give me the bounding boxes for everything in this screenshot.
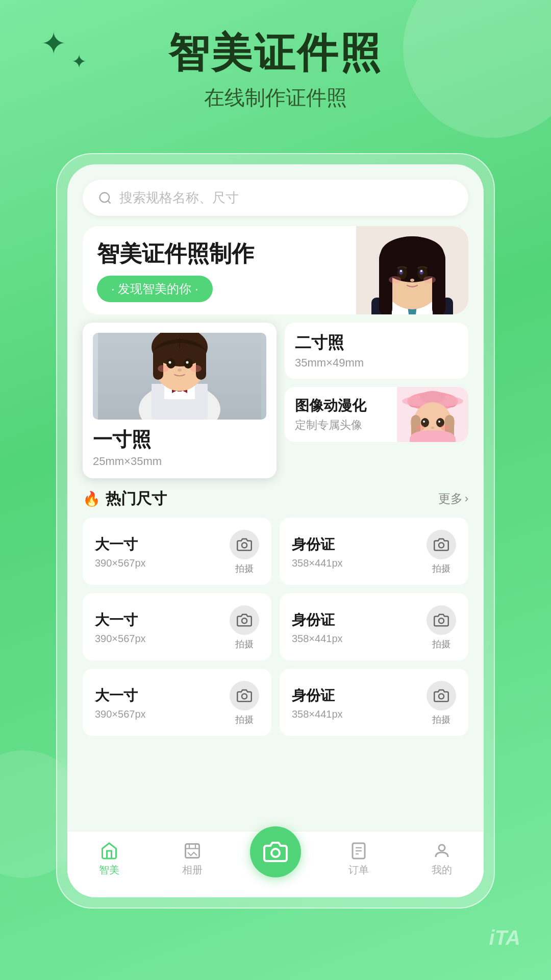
hero-title: 智美证件照制作 (97, 240, 342, 267)
svg-point-57 (441, 425, 450, 431)
sparkle-big-icon: ✦ (41, 26, 66, 61)
size-dim-0: 390×567px (95, 557, 146, 569)
svg-point-62 (242, 694, 247, 699)
nav-label-album: 相册 (182, 863, 203, 877)
nav-label-orders: 订单 (348, 863, 369, 877)
yicun-size: 25mm×35mm (93, 455, 266, 468)
profile-icon (433, 842, 451, 860)
search-icon (98, 191, 112, 205)
size-name-2: 大一寸 (95, 610, 146, 630)
camera-label-3: 拍摄 (432, 638, 450, 650)
yicun-label: 一寸照 (93, 427, 266, 453)
hot-title: 🔥 热门尺寸 (83, 488, 167, 509)
size-item-5[interactable]: 身份证 358×441px 拍摄 (280, 669, 468, 736)
size-dim-2: 390×567px (95, 633, 146, 645)
hero-badge[interactable]: · 发现智美的你 · (97, 276, 213, 302)
svg-point-65 (271, 849, 280, 857)
anime-avatar-svg (356, 226, 468, 314)
svg-point-19 (389, 276, 401, 283)
size-item-0[interactable]: 大一寸 390×567px 拍摄 (83, 518, 271, 585)
anime-info: 图像动漫化 定制专属头像 (285, 387, 377, 442)
center-camera-icon (263, 840, 288, 864)
anime-thumb-svg (397, 387, 468, 442)
ercun-label: 二寸照 (295, 332, 458, 354)
size-name-0: 大一寸 (95, 535, 146, 554)
right-cards: 二寸照 35mm×49mm 图像动漫化 定制专属头像 (285, 323, 468, 478)
camera-label-5: 拍摄 (432, 714, 450, 726)
size-item-4[interactable]: 大一寸 390×567px 拍摄 (83, 669, 271, 736)
nav-item-home[interactable]: 智美 (67, 842, 151, 877)
size-name-3: 身份证 (292, 610, 343, 630)
screen-content: 搜索规格名称、尺寸 (67, 164, 484, 831)
svg-point-37 (186, 361, 189, 363)
size-info-3: 身份证 358×441px (292, 610, 343, 645)
camera-btn-3[interactable]: 拍摄 (427, 605, 456, 650)
size-dim-3: 358×441px (292, 633, 343, 645)
size-info-2: 大一寸 390×567px (95, 610, 146, 645)
svg-point-39 (158, 365, 169, 372)
hero-inner: 智美证件照制作 · 发现智美的你 · (83, 226, 468, 314)
size-info-4: 大一寸 390×567px (95, 686, 146, 720)
phone-frame: 搜索规格名称、尺寸 (56, 153, 495, 909)
camera-btn-1[interactable]: 拍摄 (427, 530, 456, 575)
camera-label-2: 拍摄 (235, 638, 254, 650)
nav-label-home: 智美 (99, 863, 119, 877)
phone-screen: 搜索规格名称、尺寸 (67, 164, 484, 897)
svg-point-56 (415, 425, 424, 431)
anime-label: 图像动漫化 (295, 396, 366, 415)
size-name-1: 身份证 (292, 535, 343, 554)
hot-section: 🔥 热门尺寸 更多 › 大一寸 390×56 (83, 488, 468, 813)
svg-point-70 (439, 845, 445, 851)
anime-desc: 定制专属头像 (295, 418, 366, 433)
camera-icon-0 (230, 530, 259, 559)
nav-item-album[interactable]: 相册 (151, 842, 234, 877)
camera-btn-4[interactable]: 拍摄 (230, 681, 259, 726)
camera-btn-0[interactable]: 拍摄 (230, 530, 259, 575)
header: ✦ ✦ 智美证件照 在线制作证件照 (0, 0, 551, 112)
size-item-2[interactable]: 大一寸 390×567px 拍摄 (83, 593, 271, 660)
camera-icon-5 (427, 681, 456, 710)
nav-item-camera-center[interactable] (234, 842, 317, 877)
svg-point-40 (190, 365, 202, 372)
yicun-photo (93, 333, 266, 420)
orders-icon (349, 842, 368, 860)
fire-icon: 🔥 (83, 491, 101, 507)
center-camera-button[interactable] (250, 826, 301, 877)
hot-header: 🔥 热门尺寸 更多 › (83, 488, 468, 509)
nav-label-mine: 我的 (432, 863, 452, 877)
anime-thumb (397, 387, 468, 442)
nav-item-mine[interactable]: 我的 (400, 842, 484, 877)
camera-label-1: 拍摄 (432, 562, 450, 575)
ercun-size: 35mm×49mm (295, 356, 458, 370)
anime-card[interactable]: 图像动漫化 定制专属头像 (285, 387, 468, 442)
search-bar[interactable]: 搜索规格名称、尺寸 (83, 180, 468, 216)
nav-item-orders[interactable]: 订单 (317, 842, 400, 877)
yicun-card[interactable]: 一寸照 25mm×35mm (83, 323, 277, 478)
svg-point-60 (242, 618, 247, 623)
ercun-card[interactable]: 二寸照 35mm×49mm (285, 323, 468, 379)
album-icon (183, 842, 202, 860)
search-placeholder-text: 搜索规格名称、尺寸 (119, 189, 239, 207)
size-grid: 大一寸 390×567px 拍摄 (83, 518, 468, 736)
hero-avatar (356, 226, 468, 314)
svg-point-18 (410, 279, 414, 282)
phone-wrapper: 搜索规格名称、尺寸 (56, 153, 495, 909)
size-item-3[interactable]: 身份证 358×441px 拍摄 (280, 593, 468, 660)
svg-point-11 (381, 236, 444, 272)
hot-title-text: 热门尺寸 (106, 488, 167, 509)
svg-point-36 (169, 361, 171, 363)
camera-btn-5[interactable]: 拍摄 (427, 681, 456, 726)
more-link[interactable]: 更多 › (438, 491, 468, 507)
svg-point-54 (438, 421, 440, 423)
size-name-5: 身份证 (292, 686, 343, 705)
hero-section: 智美证件照制作 · 发现智美的你 · (67, 226, 484, 314)
svg-point-59 (439, 543, 444, 548)
svg-point-53 (423, 421, 425, 423)
svg-point-45 (420, 391, 445, 403)
camera-btn-2[interactable]: 拍摄 (230, 605, 259, 650)
size-item-1[interactable]: 身份证 358×441px 拍摄 (280, 518, 468, 585)
svg-point-58 (242, 543, 247, 548)
svg-point-0 (100, 192, 110, 202)
more-label: 更多 (438, 491, 463, 507)
svg-point-38 (178, 369, 182, 372)
